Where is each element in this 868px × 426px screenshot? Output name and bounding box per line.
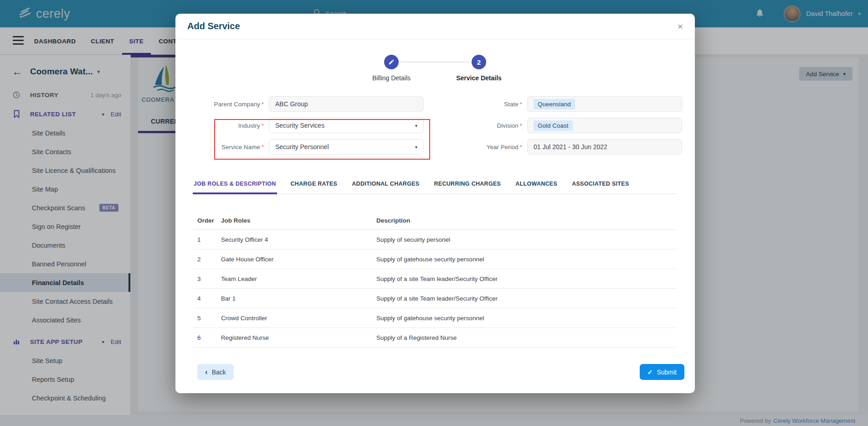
field-label: Service Name*: [175, 144, 269, 151]
tab-charge-rates[interactable]: CHARGE RATES: [291, 178, 338, 193]
step-circle-service-details[interactable]: 2: [472, 55, 486, 69]
app-root: cerely Search David Thalhofer ▾: [0, 0, 868, 426]
table-row: 2Gate House OfficerSupply of gatehouse s…: [194, 249, 677, 269]
field-label: Year Period*: [434, 144, 527, 151]
tab-job-roles-description[interactable]: JOB ROLES & DESCRIPTION: [194, 178, 276, 193]
field-value: 01 Jul 2021 - 30 Jun 2022: [534, 143, 607, 151]
tab-recurring-charges[interactable]: RECURRING CHARGES: [434, 178, 501, 193]
field-label: State*: [434, 101, 527, 108]
required-asterisk: *: [520, 101, 522, 108]
form-row-year-period: Year Period*01 Jul 2021 - 30 Jun 2022: [434, 139, 682, 155]
modal-title: Add Service: [187, 21, 240, 31]
check-icon: ✓: [647, 369, 653, 376]
back-button-label: Back: [212, 369, 226, 376]
form-row-state: State*Queensland: [434, 96, 682, 112]
field-label: Division*: [434, 122, 527, 129]
chevron-down-icon: ▾: [415, 145, 417, 150]
form-row-industry: Industry*Security Services▾: [175, 118, 424, 133]
pencil-icon[interactable]: [384, 55, 399, 69]
cell-description: Supply of a site Team leader/Security Of…: [376, 275, 677, 282]
cell-job-role: Security Officer 4: [221, 236, 376, 243]
tab-associated-sites[interactable]: ASSOCIATED SITES: [572, 178, 629, 193]
cell-order: 5: [194, 315, 221, 322]
table-row: 6Registered NurseSupply of a Registered …: [194, 328, 677, 348]
cell-order: 2: [194, 256, 221, 263]
table-row: 3Team LeaderSupply of a site Team leader…: [194, 269, 677, 289]
modal-header: Add Service ×: [175, 14, 695, 39]
table-row: 4Bar 1Supply of a site Team leader/Secur…: [194, 289, 677, 308]
required-asterisk: *: [262, 144, 264, 151]
column-header-order: Order: [194, 217, 221, 224]
tab-allowances[interactable]: ALLOWANCES: [515, 178, 557, 193]
form-row-division: Division*Gold Coast: [434, 118, 682, 133]
form-row-service-name: Service Name*Security Personnel▾: [175, 139, 424, 155]
select-value: Security Services: [275, 122, 324, 129]
cell-job-role: Bar 1: [221, 295, 376, 302]
add-service-modal: Add Service × Billing Details2Service De…: [175, 14, 695, 393]
cell-order: 1: [194, 236, 221, 243]
cell-order: 4: [194, 295, 221, 302]
field-value: ABC Group: [275, 100, 308, 108]
step-label: Service Details: [456, 74, 502, 82]
modal-tabs: JOB ROLES & DESCRIPTIONCHARGE RATESADDIT…: [194, 178, 677, 194]
step-service-details: 2Service Details: [435, 55, 523, 82]
required-asterisk: *: [520, 144, 522, 151]
field-year-period[interactable]: 01 Jul 2021 - 30 Jun 2022: [527, 139, 682, 155]
submit-button[interactable]: ✓ Submit: [640, 364, 684, 380]
form-column-right: State*QueenslandDivision*Gold CoastYear …: [434, 96, 682, 161]
field-label: Parent Company*: [175, 101, 269, 108]
select-industry[interactable]: Security Services▾: [269, 118, 424, 133]
table-row: 5Crowd ControllerSupply of gatehouse sec…: [194, 308, 677, 328]
table-row: 1Security Officer 4Supply of secuirty pe…: [194, 230, 677, 249]
required-asterisk: *: [520, 122, 522, 129]
select-service-name[interactable]: Security Personnel▾: [269, 139, 424, 155]
job-roles-table: OrderJob RolesDescription 1Security Offi…: [194, 212, 677, 348]
field-state[interactable]: Queensland: [527, 96, 682, 112]
required-asterisk: *: [262, 101, 264, 108]
step-billing-details: Billing Details: [348, 55, 435, 82]
cell-job-role: Team Leader: [221, 275, 376, 282]
tab-additional-charges[interactable]: ADDITIONAL CHARGES: [352, 178, 419, 193]
back-button[interactable]: ‹ Back: [197, 364, 234, 380]
table-header-row: OrderJob RolesDescription: [194, 212, 677, 230]
column-header-description: Description: [376, 217, 677, 224]
select-value: Security Personnel: [275, 143, 329, 151]
field-parent-company[interactable]: ABC Group: [269, 96, 424, 112]
table-body: 1Security Officer 4Supply of secuirty pe…: [194, 230, 677, 348]
value-chip: Gold Coast: [534, 120, 573, 131]
submit-button-label: Submit: [657, 369, 677, 376]
cell-job-role: Crowd Controller: [221, 315, 376, 322]
cell-description: Supply of gatehouse security personnel: [376, 315, 677, 322]
field-division[interactable]: Gold Coast: [527, 118, 682, 133]
close-icon[interactable]: ×: [678, 21, 683, 31]
field-label: Industry*: [175, 122, 269, 129]
cell-description: Supply of secuirty personel: [376, 236, 677, 243]
cell-description: Supply of a site Team leader/Security Of…: [376, 295, 677, 302]
chevron-down-icon: ▾: [415, 123, 417, 128]
cell-job-role: Registered Nurse: [221, 334, 376, 341]
form-column-left: Parent Company*ABC GroupIndustry*Securit…: [175, 96, 424, 161]
column-header-job-roles: Job Roles: [221, 217, 376, 224]
cell-description: Supply of a Registered Nurse: [376, 334, 677, 341]
cell-description: Supply of gatehouse security personnel: [376, 256, 677, 263]
value-chip: Queensland: [534, 99, 575, 109]
cell-order: 3: [194, 275, 221, 282]
cell-job-role: Gate House Officer: [221, 256, 376, 263]
stepper: Billing Details2Service Details: [175, 55, 695, 82]
step-label: Billing Details: [372, 74, 411, 82]
required-asterisk: *: [262, 122, 264, 129]
chevron-left-icon: ‹: [205, 368, 208, 376]
cell-order: 6: [194, 334, 221, 341]
form-row-parent-company: Parent Company*ABC Group: [175, 96, 424, 112]
